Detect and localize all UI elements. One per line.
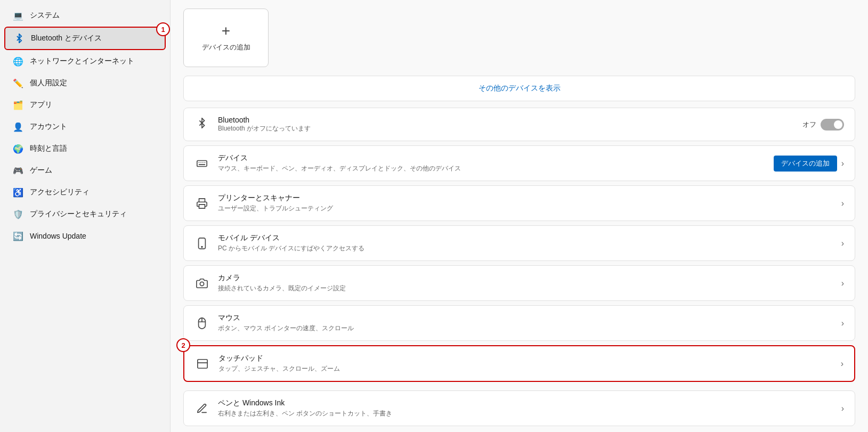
bluetooth-title: Bluetooth xyxy=(218,116,794,124)
sidebar-label-time: 時刻と言語 xyxy=(30,144,67,153)
add-device-section: + デバイスの追加 xyxy=(171,0,868,76)
row-title-touchpad: タッチパッド xyxy=(218,354,832,363)
settings-group-camera: カメラ接続されているカメラ、既定のイメージ設定› xyxy=(183,265,855,301)
row-action-devices: デバイスの追加› xyxy=(774,156,844,172)
row-chevron-camera: › xyxy=(841,279,844,288)
settings-row-mouse[interactable]: マウスボタン、マウス ポインターの速度、スクロール› xyxy=(184,306,855,340)
sidebar: 💻システムBluetooth とデバイス1🌐ネットワークとインターネット✏️個人… xyxy=(0,0,171,432)
sidebar-item-wrapper-windows-update: 🔄Windows Update xyxy=(0,225,170,247)
row-subtitle-devices: マウス、キーボード、ペン、オーディオ、ディスプレイとドック、その他のデバイス xyxy=(218,164,765,173)
sidebar-icon-apps: 🗂️ xyxy=(13,100,23,110)
sidebar-item-wrapper-accounts: 👤アカウント xyxy=(0,116,170,137)
svg-point-3 xyxy=(201,246,202,247)
sidebar-label-accessibility: アクセシビリティ xyxy=(30,188,90,197)
row-chevron-mobile: › xyxy=(841,239,844,248)
sidebar-item-personalization[interactable]: ✏️個人用設定 xyxy=(4,72,166,94)
sidebar-label-gaming: ゲーム xyxy=(30,166,52,175)
bluetooth-section: Bluetooth Bluetooth がオフになっています オフ xyxy=(183,108,855,141)
sidebar-label-privacy: プライバシーとセキュリティ xyxy=(30,209,127,219)
row-action-mobile: › xyxy=(841,239,844,248)
row-action-printer: › xyxy=(841,199,844,208)
settings-row-camera[interactable]: カメラ接続されているカメラ、既定のイメージ設定› xyxy=(184,266,855,300)
row-content-devices: デバイスマウス、キーボード、ペン、オーディオ、ディスプレイとドック、その他のデバ… xyxy=(218,153,765,173)
row-chevron-devices: › xyxy=(841,159,844,168)
row-title-pen: ペンと Windows Ink xyxy=(218,398,833,408)
sidebar-item-wrapper-system: 💻システム xyxy=(0,5,170,26)
settings-row-devices[interactable]: デバイスマウス、キーボード、ペン、オーディオ、ディスプレイとドック、その他のデバ… xyxy=(184,146,855,181)
settings-row-mobile[interactable]: モバイル デバイスPC からモバイル デバイスにすばやくアクセスする› xyxy=(184,226,855,260)
sidebar-icon-gaming: 🎮 xyxy=(13,165,23,176)
show-other-devices-link[interactable]: その他のデバイスを表示 xyxy=(478,84,561,92)
sidebar-item-wrapper-gaming: 🎮ゲーム xyxy=(0,160,170,181)
row-title-devices: デバイス xyxy=(218,153,765,163)
sidebar-icon-windows-update: 🔄 xyxy=(13,231,23,241)
row-title-mobile: モバイル デバイス xyxy=(218,233,833,243)
row-action-touchpad: › xyxy=(841,359,843,369)
svg-rect-1 xyxy=(199,204,205,208)
sidebar-item-privacy[interactable]: 🛡️プライバシーとセキュリティ xyxy=(4,203,166,225)
row-content-mouse: マウスボタン、マウス ポインターの速度、スクロール xyxy=(218,313,833,333)
row-subtitle-mobile: PC からモバイル デバイスにすばやくアクセスする xyxy=(218,244,833,253)
add-device-button-devices[interactable]: デバイスの追加 xyxy=(774,156,837,172)
row-content-mobile: モバイル デバイスPC からモバイル デバイスにすばやくアクセスする xyxy=(218,233,833,253)
add-device-card[interactable]: + デバイスの追加 xyxy=(183,9,269,67)
row-subtitle-mouse: ボタン、マウス ポインターの速度、スクロール xyxy=(218,324,833,333)
row-icon-devices xyxy=(194,156,209,171)
settings-group-devices: デバイスマウス、キーボード、ペン、オーディオ、ディスプレイとドック、その他のデバ… xyxy=(183,145,855,181)
row-subtitle-camera: 接続されているカメラ、既定のイメージ設定 xyxy=(218,284,833,293)
main-content: + デバイスの追加 その他のデバイスを表示 Bluetooth Bluetoot… xyxy=(171,0,868,432)
row-title-mouse: マウス xyxy=(218,313,833,323)
sidebar-icon-time: 🌍 xyxy=(13,143,23,154)
row-action-pen: › xyxy=(841,404,844,413)
sidebar-label-system: システム xyxy=(30,11,60,20)
settings-group-mobile: モバイル デバイスPC からモバイル デバイスにすばやくアクセスする› xyxy=(183,225,855,261)
sidebar-label-personalization: 個人用設定 xyxy=(30,78,67,88)
settings-rows-container: デバイスマウス、キーボード、ペン、オーディオ、ディスプレイとドック、その他のデバ… xyxy=(171,145,868,426)
sidebar-label-accounts: アカウント xyxy=(30,122,67,132)
sidebar-item-bluetooth[interactable]: Bluetooth とデバイス1 xyxy=(4,27,166,50)
sidebar-icon-accounts: 👤 xyxy=(13,121,23,132)
sidebar-icon-privacy: 🛡️ xyxy=(13,209,23,219)
add-device-plus-icon: + xyxy=(222,23,230,38)
sidebar-icon-personalization: ✏️ xyxy=(13,78,23,88)
row-action-camera: › xyxy=(841,279,844,288)
settings-row-printer[interactable]: プリンターとスキャナーユーザー設定、トラブルシューティング› xyxy=(184,186,855,221)
sidebar-item-wrapper-privacy: 🛡️プライバシーとセキュリティ xyxy=(0,203,170,225)
sidebar-item-gaming[interactable]: 🎮ゲーム xyxy=(4,160,166,181)
bluetooth-content: Bluetooth Bluetooth がオフになっています xyxy=(218,116,794,133)
settings-row-pen[interactable]: ペンと Windows Ink右利きまたは左利き、ペン ボタンのショートカット、… xyxy=(184,391,855,426)
row-content-printer: プリンターとスキャナーユーザー設定、トラブルシューティング xyxy=(218,193,833,213)
bluetooth-toggle-label: オフ xyxy=(802,120,816,129)
sidebar-item-wrapper-accessibility: ♿アクセシビリティ xyxy=(0,182,170,203)
sidebar-item-system[interactable]: 💻システム xyxy=(4,5,166,26)
sidebar-label-apps: アプリ xyxy=(30,100,52,110)
sidebar-item-windows-update[interactable]: 🔄Windows Update xyxy=(4,225,166,247)
row-content-camera: カメラ接続されているカメラ、既定のイメージ設定 xyxy=(218,273,833,293)
sidebar-item-accounts[interactable]: 👤アカウント xyxy=(4,116,166,137)
row-chevron-mouse: › xyxy=(841,319,844,328)
add-device-label: デバイスの追加 xyxy=(202,43,250,52)
sidebar-item-apps[interactable]: 🗂️アプリ xyxy=(4,94,166,116)
bluetooth-icon xyxy=(194,118,209,131)
show-other-devices-section[interactable]: その他のデバイスを表示 xyxy=(183,76,855,101)
sidebar-icon-network: 🌐 xyxy=(13,56,23,67)
settings-row-touchpad[interactable]: タッチパッドタップ、ジェスチャ、スクロール、ズーム› xyxy=(184,346,854,381)
row-title-printer: プリンターとスキャナー xyxy=(218,193,833,203)
sidebar-label-windows-update: Windows Update xyxy=(30,232,86,240)
sidebar-icon-accessibility: ♿ xyxy=(13,187,23,198)
row-icon-mobile xyxy=(194,236,209,251)
sidebar-icon-bluetooth xyxy=(14,33,25,44)
sidebar-label-network: ネットワークとインターネット xyxy=(30,56,134,66)
row-icon-pen xyxy=(194,401,209,416)
row-subtitle-printer: ユーザー設定、トラブルシューティング xyxy=(218,204,833,213)
sidebar-item-time[interactable]: 🌍時刻と言語 xyxy=(4,138,166,159)
svg-rect-0 xyxy=(197,160,207,166)
sidebar-item-accessibility[interactable]: ♿アクセシビリティ xyxy=(4,182,166,203)
sidebar-label-bluetooth: Bluetooth とデバイス xyxy=(31,34,102,43)
settings-group-printer: プリンターとスキャナーユーザー設定、トラブルシューティング› xyxy=(183,185,855,221)
sidebar-item-network[interactable]: 🌐ネットワークとインターネット xyxy=(4,51,166,72)
row-chevron-pen: › xyxy=(841,404,844,413)
bluetooth-toggle[interactable] xyxy=(821,119,844,131)
sidebar-icon-system: 💻 xyxy=(13,10,23,21)
settings-group-mouse: マウスボタン、マウス ポインターの速度、スクロール› xyxy=(183,305,855,341)
